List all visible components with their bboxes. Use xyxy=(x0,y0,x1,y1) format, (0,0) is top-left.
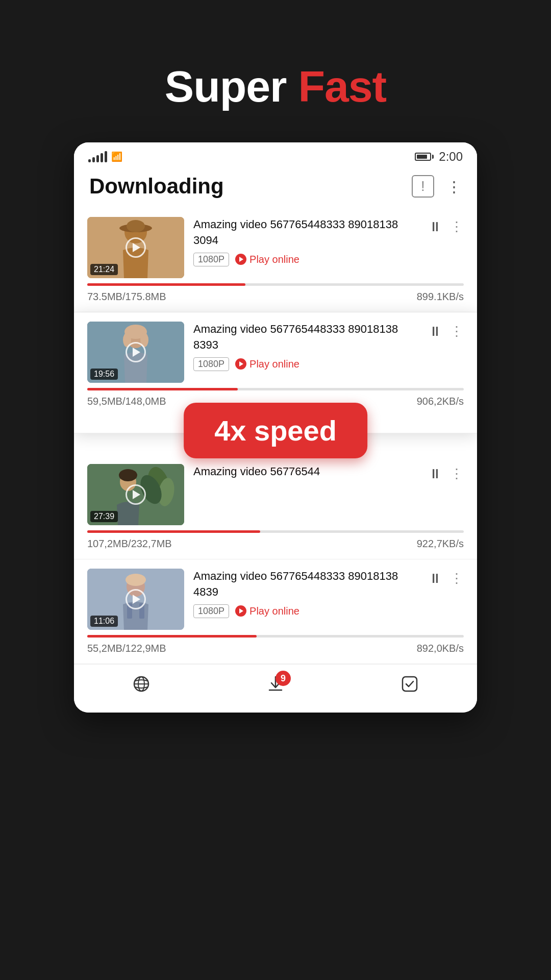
progress-bar xyxy=(87,283,464,286)
quality-badge: 1080P xyxy=(193,357,229,371)
play-button[interactable] xyxy=(126,342,146,362)
play-button[interactable] xyxy=(126,237,146,258)
progress-fill xyxy=(87,530,260,533)
play-button[interactable] xyxy=(126,589,146,609)
duration-badge: 21:24 xyxy=(90,264,118,275)
thumbnail: 19:56 xyxy=(87,322,184,383)
thumbnail: 11:06 xyxy=(87,569,184,630)
app-header: Downloading ! ⋮ xyxy=(74,169,477,208)
play-online-button[interactable]: Play online xyxy=(235,358,299,370)
download-item: 11:06 Amazing video 567765448333 8901813… xyxy=(74,559,477,664)
duration-badge: 19:56 xyxy=(90,369,118,380)
play-online-icon xyxy=(235,605,246,617)
size-text: 107,2MB/232,7MB xyxy=(87,538,172,550)
nav-item-downloads[interactable]: 9 xyxy=(266,675,285,697)
speed-text: 922,7KB/s xyxy=(417,538,464,550)
svg-rect-23 xyxy=(403,677,417,691)
progress-bar xyxy=(87,388,464,390)
play-online-text: Play online xyxy=(249,605,299,617)
play-online-icon xyxy=(235,254,246,265)
checkmark-icon xyxy=(400,675,419,697)
pause-icon[interactable]: ⏸ xyxy=(429,324,442,339)
svg-point-17 xyxy=(126,574,146,586)
play-online-text: Play online xyxy=(249,254,299,265)
play-online-button[interactable]: Play online xyxy=(235,605,299,617)
thumbnail: 21:24 xyxy=(87,217,184,278)
app-title: Downloading xyxy=(89,174,224,199)
speed-text: 892,0KB/s xyxy=(417,643,464,654)
phone-mockup: 📶 2:00 Downloading ! ⋮ xyxy=(74,142,477,713)
more-options-icon[interactable]: ⋮ xyxy=(450,571,464,586)
item-title: Amazing video 567765448333 89018138 3094 xyxy=(193,217,419,249)
svg-point-3 xyxy=(127,220,145,232)
pause-icon[interactable]: ⏸ xyxy=(429,466,442,482)
play-online-text: Play online xyxy=(249,358,299,370)
progress-bar xyxy=(87,530,464,533)
more-menu-icon[interactable]: ⋮ xyxy=(446,178,462,195)
status-left: 📶 xyxy=(88,151,122,162)
size-text: 59,5MB/148,0MB xyxy=(87,396,166,407)
status-right: 2:00 xyxy=(415,150,463,164)
quality-badge: 1080P xyxy=(193,253,229,266)
signal-icon xyxy=(88,151,107,162)
download-item: 21:24 Amazing video 567765448333 8901813… xyxy=(74,208,477,312)
hero-title: Super Fast xyxy=(0,61,551,112)
wifi-icon: 📶 xyxy=(111,151,122,162)
play-online-icon xyxy=(235,358,246,370)
size-text: 73.5MB/175.8MB xyxy=(87,291,166,303)
status-time: 2:00 xyxy=(439,150,463,164)
battery-icon xyxy=(415,153,434,161)
thumbnail: 27:39 xyxy=(87,464,184,525)
header-icons: ! ⋮ xyxy=(412,175,462,198)
speed-badge: 4x speed xyxy=(184,403,367,458)
bottom-nav: 9 xyxy=(74,664,477,713)
download-list: 21:24 Amazing video 567765448333 8901813… xyxy=(74,208,477,664)
quality-badge: 1080P xyxy=(193,604,229,618)
nav-item-browse[interactable] xyxy=(132,675,151,697)
size-text: 55,2MB/122,9MB xyxy=(87,643,166,654)
hero-title-normal: Super xyxy=(165,62,298,111)
duration-badge: 27:39 xyxy=(90,511,118,522)
progress-fill xyxy=(87,635,257,638)
status-bar: 📶 2:00 xyxy=(74,142,477,169)
speed-text: 899.1KB/s xyxy=(417,291,464,303)
nav-item-completed[interactable] xyxy=(400,675,419,697)
globe-icon xyxy=(132,675,151,697)
pause-icon[interactable]: ⏸ xyxy=(429,571,442,586)
progress-fill xyxy=(87,388,238,390)
item-title: Amazing video 567765448333 89018138 8393 xyxy=(193,322,419,353)
more-options-icon[interactable]: ⋮ xyxy=(450,466,464,482)
alert-icon[interactable]: ! xyxy=(412,175,434,198)
item-title: Amazing video 56776544 xyxy=(193,464,419,480)
more-options-icon[interactable]: ⋮ xyxy=(450,324,464,339)
duration-badge: 11:06 xyxy=(90,616,118,627)
progress-fill xyxy=(87,283,245,286)
speed-text: 906,2KB/s xyxy=(417,396,464,407)
hero-section: Super Fast xyxy=(0,0,551,142)
play-button[interactable] xyxy=(126,484,146,505)
item-title: Amazing video 567765448333 89018138 4839 xyxy=(193,569,419,600)
pause-icon[interactable]: ⏸ xyxy=(429,219,442,235)
progress-bar xyxy=(87,635,464,638)
svg-point-14 xyxy=(119,469,137,481)
more-options-icon[interactable]: ⋮ xyxy=(450,219,464,235)
play-online-button[interactable]: Play online xyxy=(235,254,299,265)
hero-title-accent: Fast xyxy=(298,62,386,111)
download-item-highlighted: 19:56 Amazing video 567765448333 8901813… xyxy=(74,312,477,433)
downloads-badge: 9 xyxy=(276,671,291,686)
